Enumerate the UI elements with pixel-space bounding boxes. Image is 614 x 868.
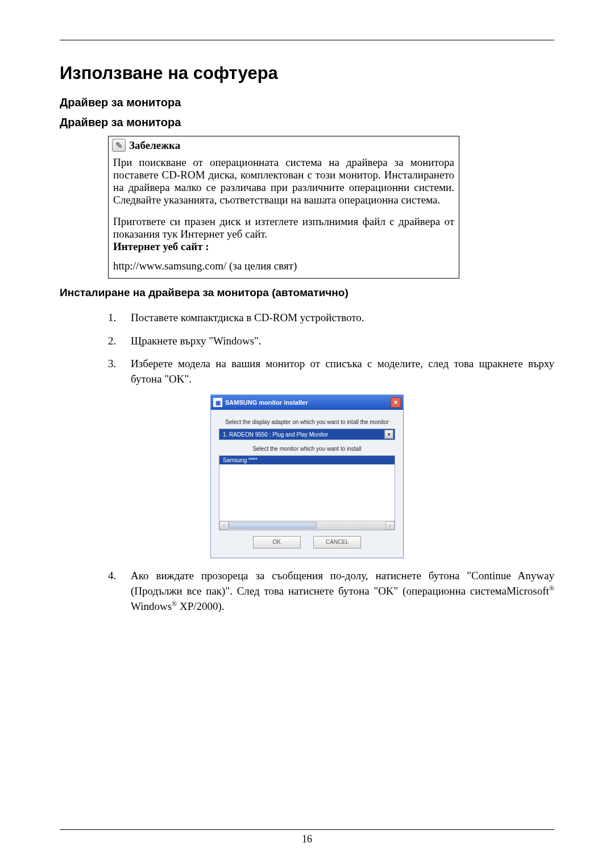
heading-driver-2: Драйвер за монитора <box>60 116 554 129</box>
app-icon: ▣ <box>213 398 222 407</box>
monitor-label: Select the monitor which you want to ins… <box>219 446 395 452</box>
list-item: 3. Изберете модела на вашия монитор от с… <box>108 356 554 387</box>
step-text: Ако виждате прозореца за съобщения по-до… <box>131 568 554 614</box>
note-label: Забележка <box>129 139 180 152</box>
page-number: 16 <box>302 833 312 845</box>
step-number: 1. <box>108 310 131 326</box>
page-footer: 16 <box>60 829 554 845</box>
install-steps-cont: 4. Ако виждате прозореца за съобщения по… <box>108 568 554 614</box>
dialog-title-text: SAMSUNG monitor installer <box>225 399 391 406</box>
scroll-right-icon[interactable]: › <box>385 521 395 530</box>
monitor-listbox[interactable]: Samsung **** ‹ › <box>219 455 395 530</box>
step-number: 4. <box>108 568 131 614</box>
installer-dialog: ▣ SAMSUNG monitor installer × Select the… <box>210 394 404 558</box>
adapter-label: Select the display adapter on which you … <box>219 419 395 425</box>
horizontal-scrollbar[interactable]: ‹ › <box>219 521 395 530</box>
chevron-down-icon[interactable]: ▾ <box>384 430 393 439</box>
document-page: Използване на софтуера Драйвер за монито… <box>0 0 614 868</box>
registered-mark: ® <box>549 584 554 592</box>
close-icon[interactable]: × <box>391 397 401 408</box>
step-number: 3. <box>108 356 131 387</box>
note-para2-cell: Пригответе си празен диск и изтеглете из… <box>109 212 459 259</box>
heading-install-auto: Инсталиране на драйвера за монитора (авт… <box>60 286 554 299</box>
heading-driver-1: Драйвер за монитора <box>60 96 554 109</box>
cancel-button[interactable]: CANCEL <box>313 536 361 549</box>
list-item: 1. Поставете компактдиска в CD-ROM устро… <box>108 310 554 326</box>
step4-part1: Ако виждате прозореца за съобщения по-до… <box>131 570 554 597</box>
scroll-track[interactable] <box>229 521 385 530</box>
step-number: 2. <box>108 334 131 349</box>
adapter-selected-text: 1. RADEON 9550 : Plug and Play Monitor <box>223 431 384 438</box>
note-body: При поискване от операционната система н… <box>109 153 459 212</box>
note-paragraph-1: При поискване от операционната система н… <box>113 156 454 206</box>
step-text: Поставете компактдиска в CD-ROM устройст… <box>131 310 554 326</box>
dialog-buttons: OK CANCEL <box>219 530 395 550</box>
scroll-thumb[interactable] <box>229 522 317 529</box>
adapter-select[interactable]: 1. RADEON 9550 : Plug and Play Monitor ▾ <box>219 429 395 440</box>
note-paragraph-2: Пригответе си празен диск и изтеглете из… <box>113 215 454 240</box>
dialog-body: Select the display adapter on which you … <box>211 410 403 558</box>
step4-part3: XP/2000). <box>177 600 224 612</box>
list-item: 2. Щракнете върху "Windows". <box>108 334 554 349</box>
installer-screenshot: ▣ SAMSUNG monitor installer × Select the… <box>60 394 554 558</box>
note-icon: ✎ <box>112 139 126 152</box>
scroll-left-icon[interactable]: ‹ <box>219 521 229 530</box>
page-title: Използване на софтуера <box>60 63 554 84</box>
step-text: Щракнете върху "Windows". <box>131 334 554 349</box>
top-rule <box>60 40 554 40</box>
footer-rule <box>60 829 554 830</box>
monitor-list-item[interactable]: Samsung **** <box>219 456 395 464</box>
install-steps: 1. Поставете компактдиска в CD-ROM устро… <box>108 310 554 387</box>
note-header: ✎ Забележка <box>109 136 459 153</box>
note-box: ✎ Забележка При поискване от операционна… <box>108 136 459 279</box>
note-site-label: Интернет уеб сайт : <box>113 240 454 253</box>
step4-part2: Windows <box>131 600 172 612</box>
ok-button[interactable]: OK <box>253 536 301 549</box>
list-item: 4. Ако виждате прозореца за съобщения по… <box>108 568 554 614</box>
step-text: Изберете модела на вашия монитор от спис… <box>131 356 554 387</box>
note-url: http://www.samsung.com/ (за целия свят) <box>109 259 459 278</box>
registered-mark: ® <box>172 600 177 608</box>
dialog-titlebar: ▣ SAMSUNG monitor installer × <box>211 395 403 410</box>
